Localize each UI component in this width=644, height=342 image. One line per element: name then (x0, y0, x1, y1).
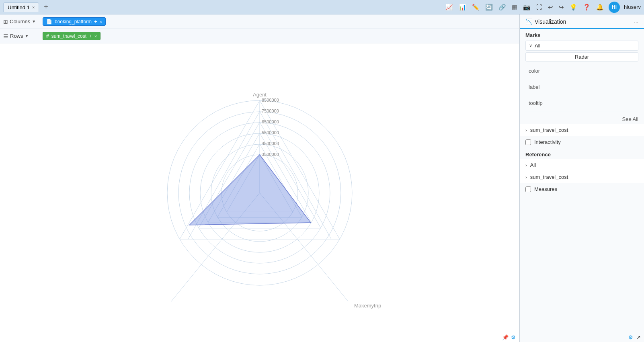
main-layout: ⊞ Columns ▼ 📄 booking_platform + × ☰ Row… (0, 14, 644, 342)
columns-pill-label: booking_platform (55, 19, 92, 25)
label-label: label (529, 84, 539, 90)
marks-title: Marks (525, 32, 638, 38)
avatar-initials: Hi (612, 4, 617, 10)
top-bar-left: Untitled 1 × + (3, 2, 50, 12)
tooltip-mark-row[interactable]: tooltip (525, 95, 638, 111)
fullscreen-icon[interactable]: ⛶ (535, 3, 543, 11)
columns-pill-add[interactable]: + (94, 18, 97, 25)
top-bar: Untitled 1 × + 📈 📊 ✏️ 🔄 🔗 ▦ 📷 ⛶ ↩ ↪ 💡 ❓ … (0, 0, 644, 14)
svg-text:5500000: 5500000 (262, 130, 279, 135)
columns-label: ⊞ Columns ▼ (3, 18, 39, 25)
columns-pill-close[interactable]: × (100, 19, 102, 24)
tooltip-label: tooltip (529, 100, 543, 106)
interactivity-checkbox[interactable] (525, 139, 531, 145)
grid-icon[interactable]: ▦ (511, 3, 518, 12)
radar-chart: .ring { fill: none; stroke: #c8d8e8; str… (135, 68, 384, 317)
right-panel-corner-icon[interactable]: ⚙ (628, 334, 633, 340)
measures-checkbox[interactable] (525, 186, 531, 192)
columns-dropdown[interactable]: ▼ (32, 19, 36, 24)
chart-line-icon[interactable]: 📈 (445, 3, 454, 12)
right-panel: 📉 Visualization ··· Marks ∨ All Radar co… (519, 14, 644, 342)
left-panel: ⊞ Columns ▼ 📄 booking_platform + × ☰ Row… (0, 14, 519, 342)
reference-all-row[interactable]: › All (520, 159, 644, 171)
radar-label: Radar (575, 54, 589, 60)
avatar[interactable]: Hi (609, 2, 620, 13)
rows-dropdown[interactable]: ▼ (25, 34, 29, 38)
redo-icon[interactable]: ↪ (558, 3, 565, 12)
marks-section: Marks ∨ All Radar color label tooltip (520, 29, 644, 115)
rows-icon: ☰ (3, 33, 8, 39)
svg-text:7500000: 7500000 (262, 109, 279, 113)
reference-all-label: All (530, 162, 536, 168)
visualization-header: 📉 Visualization ··· (520, 14, 644, 29)
chart-corner-icon[interactable]: ⚙ (511, 334, 516, 340)
tab-untitled[interactable]: Untitled 1 × (3, 2, 39, 12)
radar-badge: Radar (525, 52, 638, 61)
visualization-more-button[interactable]: ··· (634, 19, 638, 25)
marks-all-row[interactable]: ∨ All (525, 41, 638, 51)
svg-text:Makemytrip: Makemytrip (354, 303, 381, 309)
reference-sum-label: sum_travel_cost (530, 174, 568, 180)
color-label: color (529, 68, 540, 74)
reference-sum-chevron-icon: › (525, 175, 527, 180)
tab-close-button[interactable]: × (32, 5, 35, 10)
rows-pill-hash-icon: # (46, 33, 49, 39)
refresh-icon[interactable]: 🔄 (484, 3, 494, 12)
chart-area: .ring { fill: none; stroke: #c8d8e8; str… (0, 43, 519, 342)
chart-bar-check-icon[interactable]: 📊 (458, 3, 467, 12)
tab-add-button[interactable]: + (42, 3, 50, 11)
rows-pill-add[interactable]: + (89, 33, 92, 39)
pin-icon[interactable]: 📌 (502, 334, 509, 340)
reference-all-chevron-icon: › (525, 163, 527, 168)
columns-pill-booking-platform[interactable]: 📄 booking_platform + × (43, 17, 106, 26)
visualization-title: Visualization (535, 18, 566, 25)
columns-icon: ⊞ (3, 18, 8, 25)
visualization-title-area: 📉 Visualization (525, 18, 566, 25)
color-mark-row[interactable]: color (525, 63, 638, 79)
label-mark-row[interactable]: label (525, 79, 638, 95)
lightbulb-icon[interactable]: 💡 (569, 3, 578, 12)
bell-icon[interactable]: 🔔 (595, 3, 605, 12)
tab-title: Untitled 1 (8, 4, 30, 10)
share-icon[interactable]: 🔗 (498, 3, 507, 12)
top-bar-right: 📈 📊 ✏️ 🔄 🔗 ▦ 📷 ⛶ ↩ ↪ 💡 ❓ 🔔 Hi hiuserv (445, 2, 641, 13)
rows-shelf: ☰ Rows ▼ # sum_travel_cost + × (0, 29, 519, 43)
camera-icon[interactable]: 📷 (522, 3, 531, 12)
chart-edit-icon[interactable]: ✏️ (471, 3, 480, 12)
marks-all-chevron-icon[interactable]: ∨ (529, 43, 532, 48)
svg-text:8500000: 8500000 (262, 98, 279, 102)
rows-label: ☰ Rows ▼ (3, 33, 39, 39)
svg-text:6500000: 6500000 (262, 119, 279, 124)
right-panel-expand-icon[interactable]: ↗ (636, 334, 641, 340)
svg-text:4500000: 4500000 (262, 141, 279, 146)
username-label: hiuserv (624, 4, 641, 10)
svg-text:3500000: 3500000 (262, 152, 279, 157)
visualization-chart-icon: 📉 (525, 18, 532, 25)
see-all-button[interactable]: See All (520, 115, 644, 124)
rows-pill-label: sum_travel_cost (51, 33, 86, 39)
reference-title: Reference (525, 152, 551, 158)
measures-label: Measures (534, 186, 557, 192)
measures-checkbox-row[interactable]: Measures (520, 183, 644, 195)
rows-pill-close[interactable]: × (94, 34, 97, 39)
columns-pill-icon: 📄 (46, 19, 52, 25)
sum-travel-cost-row[interactable]: › sum_travel_cost (520, 124, 644, 136)
marks-all-label: All (535, 43, 540, 49)
interactivity-label: Interactivity (534, 139, 561, 145)
columns-shelf: ⊞ Columns ▼ 📄 booking_platform + × (0, 14, 519, 29)
reference-section-header: Reference (520, 148, 644, 159)
interactivity-checkbox-row[interactable]: Interactivity (520, 136, 644, 148)
rows-pill-sum-travel-cost[interactable]: # sum_travel_cost + × (43, 32, 100, 40)
undo-icon[interactable]: ↩ (547, 3, 554, 12)
sum-travel-cost-chevron-icon: › (525, 128, 527, 133)
question-icon[interactable]: ❓ (582, 3, 591, 12)
sum-travel-cost-label: sum_travel_cost (530, 127, 568, 133)
svg-text:Agent: Agent (253, 92, 267, 98)
reference-sum-travel-cost-row[interactable]: › sum_travel_cost (520, 171, 644, 183)
